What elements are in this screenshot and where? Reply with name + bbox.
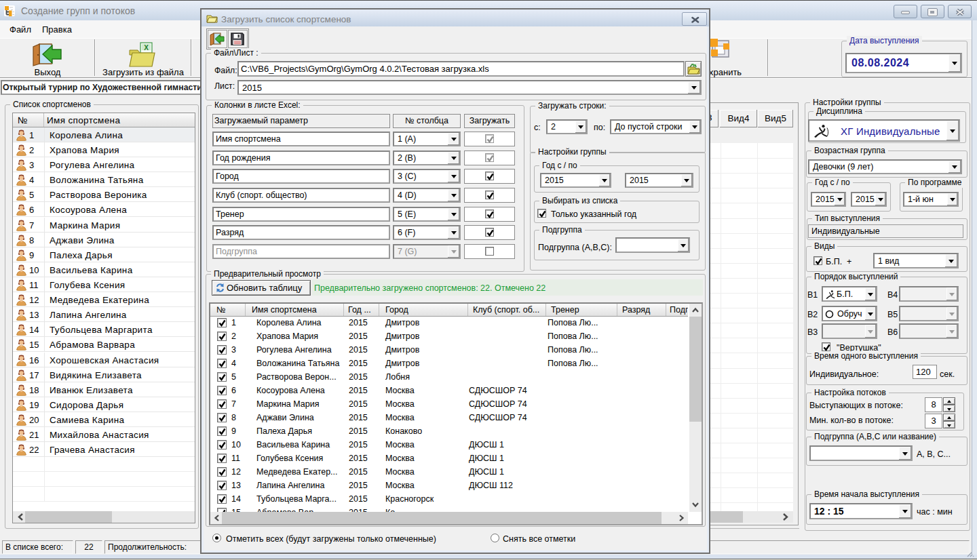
svg-text:X: X: [144, 44, 149, 52]
